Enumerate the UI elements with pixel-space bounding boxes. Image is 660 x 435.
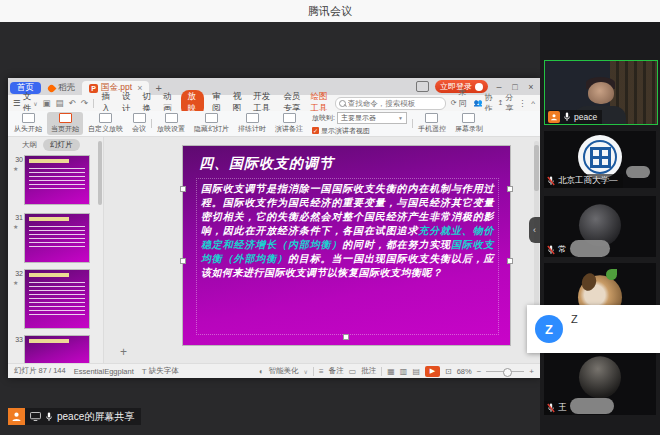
selection-handle[interactable]: [180, 186, 186, 192]
mic-muted-icon: [547, 245, 555, 255]
save-icon[interactable]: ▣: [43, 98, 51, 108]
slide-thumbnail[interactable]: 32 ★: [24, 269, 90, 329]
meeting-button[interactable]: 会议: [128, 112, 150, 135]
custom-show-icon: [99, 113, 112, 123]
docer-flame-icon: [47, 83, 57, 93]
participant-name-popup[interactable]: Z Z: [527, 305, 660, 353]
scrollbar-thumb[interactable]: [534, 145, 539, 191]
animation-star-icon: ★: [13, 223, 18, 230]
participant-avatar: [579, 356, 621, 398]
screenshot-root: 腾讯会议 首页 稻壳 P 国金.ppt × +: [0, 0, 660, 435]
presenter-view-label: 显示演讲者视图: [321, 126, 370, 136]
close-window-button[interactable]: ×: [526, 82, 536, 92]
custom-show-button[interactable]: 自定义放映: [84, 112, 127, 135]
play-from-current-button[interactable]: 当页开始: [47, 112, 83, 135]
screen-record-icon: [462, 113, 475, 123]
new-slide-button[interactable]: +: [120, 345, 127, 359]
divider: [412, 119, 413, 128]
participant-tile[interactable]: 王: [544, 343, 656, 415]
play-from-beginning-button[interactable]: 从头开始: [10, 112, 46, 135]
hide-slide-button[interactable]: 隐藏幻灯片: [190, 112, 233, 135]
rehearse-timing-button[interactable]: 排练计时: [234, 112, 270, 135]
slide-thumbnail[interactable]: 30 ★: [24, 155, 90, 205]
missing-font-warning[interactable]: T 缺失字体: [142, 366, 179, 376]
selection-handle[interactable]: [507, 258, 513, 264]
slide-thumbnail[interactable]: 33: [24, 335, 90, 363]
slides-tab-active[interactable]: 幻灯片: [43, 139, 80, 151]
wps-window: 首页 稻壳 P 国金.ppt × + 立即登录: [8, 78, 540, 378]
notes-button[interactable]: 备注: [329, 366, 344, 376]
participant-name: 常: [558, 244, 567, 256]
selection-handle[interactable]: [180, 258, 186, 264]
outline-tab[interactable]: 大纲: [22, 140, 37, 150]
show-settings-button[interactable]: 放映设置: [153, 112, 189, 135]
zoom-out-icon[interactable]: −: [477, 367, 482, 376]
collaborate-icon: 👥: [474, 99, 483, 107]
participant-tile[interactable]: 常: [544, 196, 656, 257]
meeting-title: 腾讯会议: [308, 4, 352, 19]
theme-name[interactable]: EssentialEggplant: [74, 367, 134, 376]
undo-icon[interactable]: ↶: [69, 98, 76, 108]
reading-view-icon[interactable]: ▤: [412, 367, 420, 376]
sidebar-scrollbar[interactable]: [98, 141, 102, 205]
collapse-panel-button[interactable]: ‹: [529, 217, 540, 243]
speaker-notes-button[interactable]: 演讲备注: [271, 112, 307, 135]
participant-tile-peace[interactable]: peace: [544, 60, 658, 125]
person-icon: [11, 411, 22, 422]
meeting-icon: [133, 113, 146, 123]
more-menu-icon[interactable]: ⋮: [518, 99, 526, 108]
screen-record-button[interactable]: 屏幕录制: [451, 112, 487, 135]
slide-sorter-icon[interactable]: ▥: [400, 367, 408, 376]
popup-participant-name: Z: [571, 313, 578, 325]
reader-mode-icon[interactable]: [416, 81, 429, 92]
search-input[interactable]: [335, 97, 446, 110]
fit-window-icon[interactable]: ⊡: [445, 367, 452, 376]
selection-handle[interactable]: [343, 334, 349, 340]
hamburger-icon: ☰: [13, 98, 21, 108]
slide-body-textbox[interactable]: 国际收支调节是指消除一国国际收支失衡的内在机制与作用过程。国际收支作为国民经济的…: [196, 178, 499, 335]
play-slideshow-button[interactable]: ▶: [425, 366, 440, 377]
monitor-icon: [30, 412, 41, 421]
display-target-select[interactable]: 主要显示器 ▼: [337, 112, 407, 124]
phone-remote-button[interactable]: 手机遥控: [414, 112, 450, 135]
normal-view-icon[interactable]: ▦: [387, 367, 395, 376]
participant-tile-university[interactable]: 北京工商大学—: [544, 131, 656, 188]
command-search[interactable]: [335, 97, 446, 110]
slide-thumbnail[interactable]: 31 ★: [24, 213, 90, 263]
redaction-blur: [570, 398, 614, 414]
presenter-view-checkbox-row[interactable]: ✓ 显示演讲者视图: [312, 126, 407, 136]
checkbox-checked-icon[interactable]: ✓: [312, 127, 319, 134]
wps-menubar: ☰ 文件 ∨ ▣ ▤ ↶ ↷ 插入 设计 切换 动画 放映 审阅 视图 开发工具…: [8, 95, 540, 111]
participants-panel: peace 北京工商大学— 常: [540, 22, 660, 435]
hide-slide-icon: [205, 113, 218, 123]
chevron-down-icon: ▼: [398, 115, 403, 121]
redo-icon[interactable]: ↷: [81, 98, 88, 108]
selection-handle[interactable]: [507, 186, 513, 192]
ppt-file-icon: P: [89, 84, 98, 93]
slide-thumbnail-panel: 大纲 幻灯片 30 ★ 31 ★ 32 ★: [8, 137, 104, 363]
collapse-ribbon-icon[interactable]: ^: [531, 99, 535, 108]
zoom-slider-knob[interactable]: [503, 368, 512, 377]
print-icon[interactable]: ▤: [56, 98, 64, 108]
minimize-button[interactable]: –: [494, 82, 504, 92]
popup-avatar: Z: [535, 315, 563, 343]
slide-number: 33: [12, 336, 23, 343]
avatar-detail: [606, 269, 617, 280]
zoom-level: 68%: [457, 367, 472, 376]
comments-icon: ▭: [349, 367, 357, 376]
cloud-sync-icon: ⟳: [451, 99, 457, 107]
share-banner-label: peace的屏幕共享: [57, 410, 134, 424]
notes-icon: ≡: [319, 367, 324, 376]
screen-share-banner: peace的屏幕共享: [8, 408, 141, 425]
wps-docer-tab[interactable]: 稻壳: [41, 81, 82, 95]
meeting-titlebar[interactable]: 腾讯会议: [0, 0, 660, 23]
play-from-current-icon: [59, 113, 72, 123]
comments-button[interactable]: 批注: [361, 366, 376, 376]
font-icon: T: [142, 367, 147, 376]
smart-beautify-button[interactable]: 智能美化: [269, 366, 299, 376]
maximize-button[interactable]: □: [510, 82, 520, 92]
zoom-in-icon[interactable]: +: [529, 367, 534, 376]
zoom-slider[interactable]: [486, 371, 524, 372]
sharing-badge-icon: [548, 111, 560, 123]
slide-canvas[interactable]: 四、国际收支的调节 国际收支调节是指消除一国国际收支失衡的内在机制与作用过程。国…: [183, 146, 510, 345]
